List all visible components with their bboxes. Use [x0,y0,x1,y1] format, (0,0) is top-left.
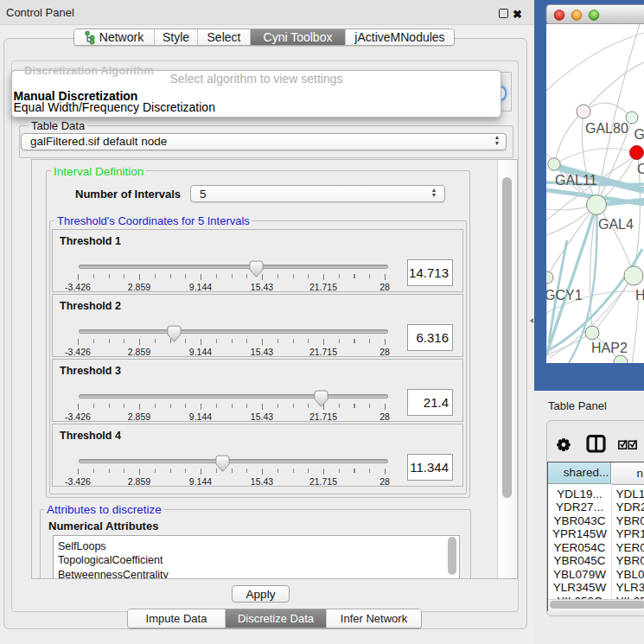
svg-text:C: C [637,162,644,176]
svg-text:GAL4: GAL4 [598,217,634,232]
svg-text:GA: GA [634,127,644,142]
svg-text:HAP2: HAP2 [591,341,628,355]
svg-text:GAL11: GAL11 [555,173,597,188]
svg-text:GCY1: GCY1 [545,288,583,303]
svg-text:H: H [635,288,644,303]
svg-text:GAL80: GAL80 [585,121,628,136]
